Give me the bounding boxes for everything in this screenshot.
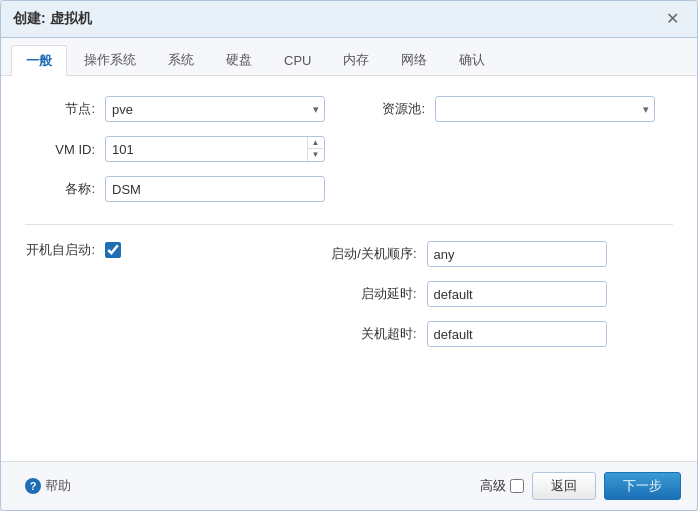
bottom-section: 开机自启动: 启动/关机顺序: 启动延时: 关机超时: bbox=[25, 241, 673, 361]
autostart-checkbox-wrapper bbox=[105, 242, 121, 258]
node-label: 节点: bbox=[25, 100, 105, 118]
startup-column: 启动/关机顺序: 启动延时: 关机超时: bbox=[317, 241, 673, 361]
vmid-input[interactable] bbox=[105, 136, 325, 162]
autostart-row: 开机自启动: bbox=[25, 241, 317, 259]
startup-order-label: 启动/关机顺序: bbox=[317, 245, 427, 263]
tab-disk[interactable]: 硬盘 bbox=[211, 44, 267, 75]
right-column: 资源池: bbox=[325, 96, 673, 216]
create-vm-dialog: 创建: 虚拟机 ✕ 一般 操作系统 系统 硬盘 CPU 内存 网络 确认 节点:… bbox=[0, 0, 698, 511]
help-icon: ? bbox=[25, 478, 41, 494]
vmid-up-arrow[interactable]: ▲ bbox=[307, 137, 323, 149]
vmid-down-arrow[interactable]: ▼ bbox=[307, 149, 323, 161]
form-content: 节点: pve VM ID: ▲ ▼ bbox=[1, 76, 697, 461]
startup-delay-row: 启动延时: bbox=[317, 281, 673, 307]
resource-pool-select[interactable] bbox=[435, 96, 655, 122]
title-bar: 创建: 虚拟机 ✕ bbox=[1, 1, 697, 38]
tab-memory[interactable]: 内存 bbox=[328, 44, 384, 75]
node-select-wrapper: pve bbox=[105, 96, 325, 122]
name-row: 各称: bbox=[25, 176, 325, 202]
tab-bar: 一般 操作系统 系统 硬盘 CPU 内存 网络 确认 bbox=[1, 38, 697, 76]
tab-confirm[interactable]: 确认 bbox=[444, 44, 500, 75]
section-divider bbox=[25, 224, 673, 225]
vmid-row: VM ID: ▲ ▼ bbox=[25, 136, 325, 162]
vmid-spinner-arrows: ▲ ▼ bbox=[307, 137, 323, 161]
back-button[interactable]: 返回 bbox=[532, 472, 596, 500]
tab-system[interactable]: 系统 bbox=[153, 44, 209, 75]
node-select[interactable]: pve bbox=[105, 96, 325, 122]
resource-pool-row: 资源池: bbox=[325, 96, 673, 122]
advanced-checkbox[interactable] bbox=[510, 479, 524, 493]
top-section: 节点: pve VM ID: ▲ ▼ bbox=[25, 96, 673, 216]
advanced-checkbox-wrapper: 高级 bbox=[480, 477, 524, 495]
dialog-footer: ? 帮助 高级 返回 下一步 bbox=[1, 461, 697, 510]
tab-network[interactable]: 网络 bbox=[386, 44, 442, 75]
advanced-label: 高级 bbox=[480, 477, 506, 495]
resource-pool-label: 资源池: bbox=[325, 100, 435, 118]
close-button[interactable]: ✕ bbox=[660, 9, 685, 29]
autostart-label: 开机自启动: bbox=[25, 241, 105, 259]
left-column: 节点: pve VM ID: ▲ ▼ bbox=[25, 96, 325, 216]
dialog-title: 创建: 虚拟机 bbox=[13, 10, 92, 28]
startup-delay-input[interactable] bbox=[427, 281, 607, 307]
startup-order-row: 启动/关机顺序: bbox=[317, 241, 673, 267]
next-button[interactable]: 下一步 bbox=[604, 472, 681, 500]
tab-general[interactable]: 一般 bbox=[11, 45, 67, 76]
footer-right: 高级 返回 下一步 bbox=[480, 472, 681, 500]
autostart-checkbox[interactable] bbox=[105, 242, 121, 258]
shutdown-timeout-input[interactable] bbox=[427, 321, 607, 347]
resource-pool-select-wrapper bbox=[435, 96, 655, 122]
help-label: 帮助 bbox=[45, 477, 71, 495]
node-row: 节点: pve bbox=[25, 96, 325, 122]
shutdown-timeout-label: 关机超时: bbox=[317, 325, 427, 343]
startup-delay-label: 启动延时: bbox=[317, 285, 427, 303]
help-button[interactable]: ? 帮助 bbox=[17, 473, 79, 499]
autostart-column: 开机自启动: bbox=[25, 241, 317, 361]
name-label: 各称: bbox=[25, 180, 105, 198]
startup-order-input[interactable] bbox=[427, 241, 607, 267]
tab-os[interactable]: 操作系统 bbox=[69, 44, 151, 75]
tab-cpu[interactable]: CPU bbox=[269, 46, 326, 74]
vmid-spinner-wrapper: ▲ ▼ bbox=[105, 136, 325, 162]
name-input[interactable] bbox=[105, 176, 325, 202]
shutdown-timeout-row: 关机超时: bbox=[317, 321, 673, 347]
vmid-label: VM ID: bbox=[25, 142, 105, 157]
